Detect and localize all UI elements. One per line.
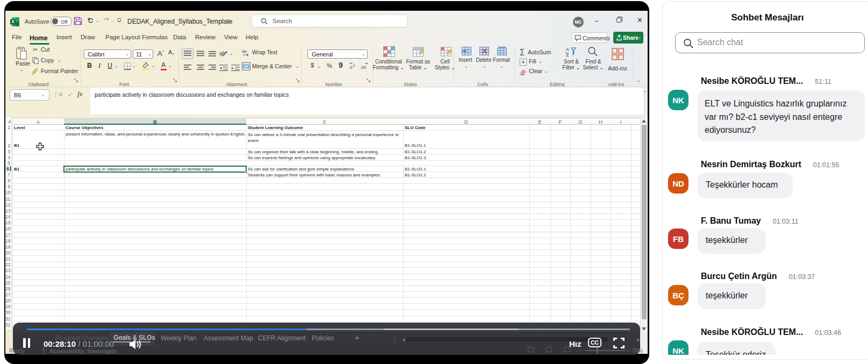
- svg-text:Z: Z: [566, 52, 569, 57]
- svg-text:.0: .0: [349, 65, 353, 70]
- svg-text:0: 0: [353, 64, 355, 67]
- svg-text:ab: ab: [242, 49, 247, 54]
- svg-text:A: A: [566, 47, 569, 52]
- svg-text:X: X: [11, 19, 15, 24]
